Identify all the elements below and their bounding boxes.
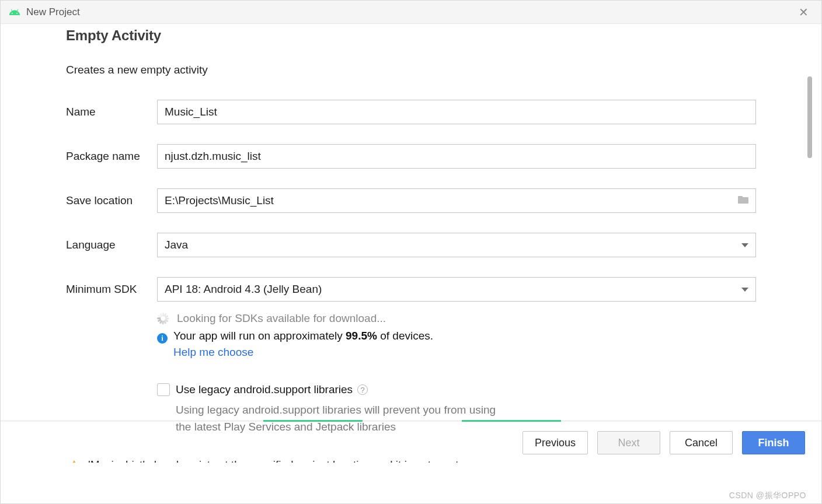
device-coverage-info: i Your app will run on approximately 99.…: [157, 330, 756, 342]
spinner-icon: [157, 313, 169, 324]
help-me-choose-link[interactable]: Help me choose: [173, 346, 253, 359]
name-label: Name: [66, 106, 157, 118]
warning-row: 'Music_List' already exists at the speci…: [66, 459, 756, 463]
legacy-support-hint: Using legacy android.support libraries w…: [176, 402, 756, 435]
legacy-support-label: Use legacy android.support libraries: [176, 383, 353, 396]
android-icon: [9, 6, 20, 18]
dialog-buttons: Previous Next Cancel Finish: [523, 431, 805, 454]
next-button: Next: [597, 431, 660, 454]
minsdk-select[interactable]: API 18: Android 4.3 (Jelly Bean): [157, 277, 756, 302]
chevron-down-icon: [741, 243, 748, 247]
template-subtitle: Creates a new empty activity: [66, 64, 756, 76]
package-input[interactable]: njust.dzh.music_list: [157, 144, 756, 169]
legacy-support-checkbox[interactable]: [157, 383, 170, 396]
close-icon[interactable]: ✕: [794, 3, 813, 22]
watermark: CSDN @振华OPPO: [729, 491, 806, 501]
scrollbar-thumb[interactable]: [807, 76, 812, 158]
new-project-dialog: New Project ✕ Empty Activity Creates a n…: [0, 0, 822, 504]
help-icon[interactable]: ?: [357, 384, 368, 395]
sdk-loading-row: Looking for SDKs available for download.…: [157, 312, 756, 325]
location-input[interactable]: E:\Projects\Music_List: [157, 188, 756, 213]
window-title: New Project: [26, 6, 794, 18]
previous-button[interactable]: Previous: [523, 431, 588, 454]
location-label: Save location: [66, 194, 157, 207]
warning-icon: [68, 460, 80, 463]
titlebar: New Project ✕: [1, 1, 821, 24]
minsdk-label: Minimum SDK: [66, 283, 157, 296]
info-icon: i: [157, 333, 168, 344]
name-input[interactable]: Music_List: [157, 100, 756, 124]
template-heading: Empty Activity: [66, 27, 756, 44]
language-label: Language: [66, 239, 157, 251]
cancel-button[interactable]: Cancel: [670, 431, 733, 454]
finish-button[interactable]: Finish: [742, 431, 805, 454]
language-select[interactable]: Java: [157, 233, 756, 257]
chevron-down-icon: [741, 288, 748, 292]
package-label: Package name: [66, 150, 157, 163]
folder-icon[interactable]: [737, 195, 749, 206]
